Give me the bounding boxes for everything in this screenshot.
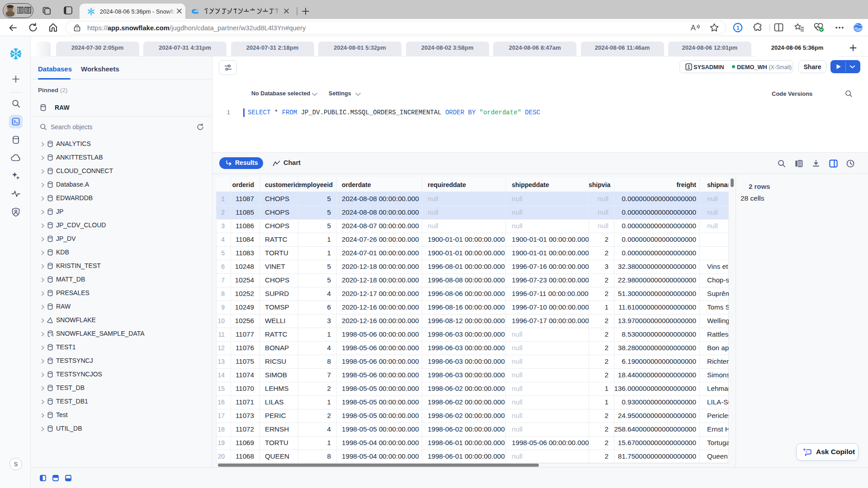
svg-text:1: 1 [736,25,740,31]
svg-text:A: A [691,24,696,32]
